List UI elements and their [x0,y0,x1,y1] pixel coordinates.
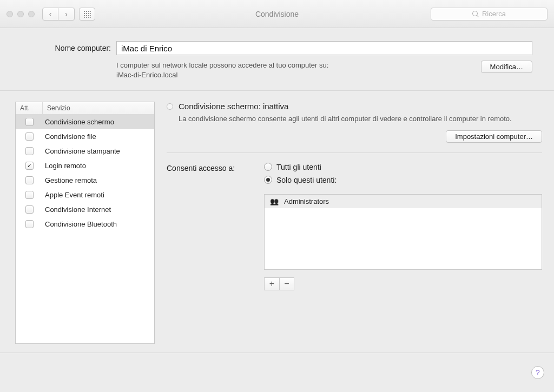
service-checkbox-cell [16,205,43,214]
search-input[interactable]: Ricerca [431,8,548,21]
minimize-window-button[interactable] [17,11,24,17]
radio-all-users[interactable]: Tutti gli utenti [264,163,542,171]
nav-buttons: ‹ › [42,8,75,21]
divider [167,152,542,153]
service-row[interactable]: Gestione remota [16,173,154,188]
service-label: Condivisione Bluetooth [43,220,154,228]
search-icon [472,11,479,17]
service-checkbox-cell [16,191,43,199]
service-label: Login remoto [43,162,154,170]
service-row[interactable]: Condivisione Bluetooth [16,217,154,231]
chevron-left-icon: ‹ [49,9,52,18]
service-row[interactable]: Condivisione Internet [16,202,154,217]
computer-settings-button[interactable]: Impostazioni computer… [446,130,542,143]
main-content: Att. Servizio Condivisione schermoCondiv… [0,91,554,353]
service-checkbox[interactable] [25,176,34,184]
minus-icon: − [284,279,289,289]
forward-button[interactable]: › [58,8,75,21]
remove-user-button[interactable]: − [279,277,294,290]
service-checkbox-cell [16,220,43,228]
close-window-button[interactable] [6,11,13,17]
users-icon: 👥 [270,197,279,205]
user-row[interactable]: 👥Administrators [265,195,542,208]
service-row[interactable]: Condivisione stampante [16,144,154,158]
service-checkbox[interactable] [25,191,34,199]
service-label: Apple Event remoti [43,191,154,199]
system-preferences-window: ‹ › Condivisione Ricerca Nome computer: … [0,0,554,392]
service-checkbox[interactable] [25,162,34,170]
access-row: Consenti accesso a: Tutti gli utenti Sol… [167,163,542,290]
user-list-empty-area[interactable] [265,208,542,269]
window-controls [6,11,35,17]
service-label: Condivisione Internet [43,205,154,214]
status-row: Condivisione schermo: inattiva [167,102,542,111]
footer: ? [0,353,554,392]
service-checkbox[interactable] [25,205,34,214]
service-checkbox[interactable] [25,147,34,155]
radio-only-label: Solo questi utenti: [276,176,337,184]
show-all-button[interactable] [79,8,95,21]
computer-name-section: Nome computer: I computer sul network lo… [0,28,554,91]
titlebar: ‹ › Condivisione Ricerca [0,0,554,28]
service-checkbox-cell [16,162,43,170]
service-label: Condivisione file [43,132,154,141]
add-user-button[interactable]: + [264,277,279,290]
user-list-buttons: + − [264,277,542,290]
service-row[interactable]: Condivisione schermo [16,115,154,129]
service-checkbox[interactable] [25,118,34,126]
grid-icon [83,10,91,18]
service-checkbox-cell [16,132,43,141]
radio-icon [264,176,272,184]
services-header: Att. Servizio [16,102,154,115]
service-label: Condivisione schermo [43,118,154,126]
chevron-right-icon: › [65,9,68,18]
computer-name-input[interactable] [116,41,532,55]
access-label: Consenti accesso a: [167,163,259,172]
zoom-window-button[interactable] [28,11,35,17]
access-radio-group: Tutti gli utenti Solo questi utenti: 👥Ad… [264,163,542,290]
status-indicator-icon [167,103,173,110]
detail-column: Condivisione schermo: inattiva La condiv… [167,102,542,344]
header-service[interactable]: Servizio [43,102,154,114]
radio-all-label: Tutti gli utenti [276,163,321,171]
search-placeholder: Ricerca [482,10,506,18]
status-title: Condivisione schermo: inattiva [179,102,288,111]
plus-icon: + [269,279,274,289]
service-checkbox-cell [16,118,43,126]
edit-hostname-button[interactable]: Modifica… [481,61,532,73]
service-label: Condivisione stampante [43,147,154,155]
service-row[interactable]: Login remoto [16,158,154,173]
service-row[interactable]: Condivisione file [16,129,154,144]
computer-name-label: Nome computer: [22,44,111,52]
services-table: Att. Servizio Condivisione schermoCondiv… [15,102,155,344]
header-active[interactable]: Att. [16,102,43,114]
services-column: Att. Servizio Condivisione schermoCondiv… [15,102,155,344]
service-checkbox-cell [16,147,43,155]
search-wrap: Ricerca [431,8,548,21]
services-rows: Condivisione schermoCondivisione fileCon… [16,115,154,343]
service-label: Gestione remota [43,176,154,184]
service-checkbox[interactable] [25,132,34,141]
help-button[interactable]: ? [531,366,544,379]
user-label: Administrators [284,197,329,205]
service-checkbox[interactable] [25,220,34,228]
help-icon: ? [536,368,540,377]
user-list: 👥Administrators [264,194,542,270]
service-row[interactable]: Apple Event remoti [16,188,154,202]
radio-only-users[interactable]: Solo questi utenti: [264,176,542,184]
service-checkbox-cell [16,176,43,184]
radio-icon [264,163,272,171]
computer-name-description: I computer sul network locale possono ac… [116,61,476,79]
back-button[interactable]: ‹ [42,8,58,21]
status-description: La condivisione schermo consente agli ut… [179,114,542,124]
